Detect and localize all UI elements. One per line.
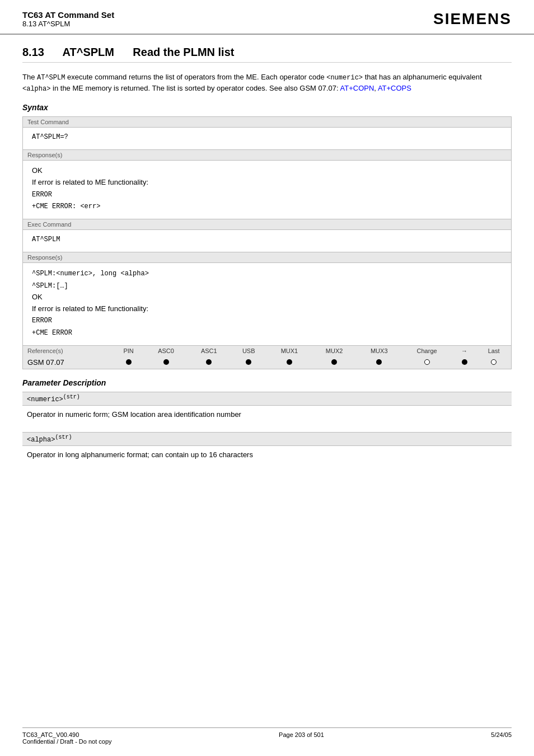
ref-col-asc0: ASC0 <box>144 346 188 356</box>
exec-command-content-row: AT^SPLM <box>23 230 512 252</box>
page-header: TC63 AT Command Set 8.13 AT^SPLM SIEMENS <box>0 0 534 35</box>
exec-resp-line1: ^SPLM:<numeric>, long <alpha> <box>32 270 149 278</box>
intro-paragraph: The AT^SPLM execute command returns the … <box>22 72 512 94</box>
ref-col-pin: PIN <box>113 346 144 356</box>
dot-charge-icon <box>424 359 430 365</box>
exec-response-label-row: Response(s) <box>23 252 512 263</box>
ref-col-last: Last <box>476 346 511 356</box>
exec-cmd-text: AT^SPLM <box>27 232 507 250</box>
footer-left: TC63_ATC_V00.490 Confidential / Draft - … <box>22 731 112 745</box>
ref-dot-last <box>476 356 511 369</box>
exec-response-content: ^SPLM:<numeric>, long <alpha> ^SPLM:[…] … <box>23 263 512 345</box>
param-description-heading: Parameter Description <box>22 378 512 387</box>
test-command-label-row: Test Command <box>23 117 512 128</box>
exec-resp-line3: OK <box>32 293 43 301</box>
ref-dot-arrow <box>452 356 476 369</box>
test-response-block: OK If error is related to ME functionali… <box>27 163 507 217</box>
exec-resp-line5: ERROR <box>32 317 52 325</box>
ref-dot-asc1 <box>188 356 231 369</box>
dot-asc0-icon <box>163 359 169 365</box>
page-container: TC63 AT Command Set 8.13 AT^SPLM SIEMENS… <box>0 0 534 756</box>
ref-header-row: Reference(s) PIN ASC0 ASC1 USB MUX1 MUX2… <box>23 345 512 369</box>
exec-resp-line4: If error is related to ME functionality: <box>32 304 148 313</box>
param-numeric-desc: Operator in numeric form; GSM location a… <box>22 406 512 424</box>
dot-mux2-icon <box>331 359 337 365</box>
param-alpha-label: <alpha>(str) <box>22 432 512 446</box>
test-resp-error: ERROR <box>32 191 52 199</box>
dot-mux3-icon <box>376 359 382 365</box>
header-title: TC63 AT Command Set <box>22 10 114 20</box>
param-block-numeric: <numeric>(str) Operator in numeric form;… <box>22 392 512 424</box>
ref-col-asc1: ASC1 <box>188 346 231 356</box>
main-content: 8.13 AT^SPLM Read the PLMN list The AT^S… <box>0 35 534 495</box>
dot-last-icon <box>491 359 496 365</box>
test-command-content-row: AT^SPLM=? <box>23 128 512 150</box>
test-response-label: Response(s) <box>23 150 512 161</box>
test-resp-cme: +CME ERROR: <err> <box>32 203 100 210</box>
exec-response-block: ^SPLM:<numeric>, long <alpha> ^SPLM:[…] … <box>27 265 507 342</box>
header-left: TC63 AT Command Set 8.13 AT^SPLM <box>22 10 114 28</box>
param-numeric-sup: (str) <box>63 394 80 400</box>
intro-cmd-main: AT^SPLM <box>37 74 65 82</box>
ref-dot-charge <box>401 356 452 369</box>
header-logo: SIEMENS <box>433 10 512 28</box>
exec-response-content-row: ^SPLM:<numeric>, long <alpha> ^SPLM:[…] … <box>23 263 512 345</box>
dot-arrow-icon <box>462 359 467 365</box>
intro-link1[interactable]: AT+COPN <box>340 84 374 92</box>
ref-col-mux2: MUX2 <box>312 346 357 356</box>
exec-response-label: Response(s) <box>23 252 512 263</box>
exec-command-label-row: Exec Command <box>23 219 512 230</box>
param-alpha-sup: (str) <box>55 434 72 440</box>
syntax-heading: Syntax <box>22 103 512 112</box>
ref-col-arrow: → <box>452 346 476 356</box>
page-footer: TC63_ATC_V00.490 Confidential / Draft - … <box>22 727 512 745</box>
ref-col-mux1: MUX1 <box>267 346 312 356</box>
ref-dot-mux2 <box>312 356 357 369</box>
syntax-table: Test Command AT^SPLM=? Response(s) OK If… <box>22 116 512 369</box>
test-response-content: OK If error is related to ME functionali… <box>23 161 512 219</box>
footer-doc-id: TC63_ATC_V00.490 <box>22 731 112 738</box>
exec-command-content: AT^SPLM <box>23 230 512 252</box>
intro-text1: The <box>22 73 37 81</box>
ref-dot-asc0 <box>144 356 188 369</box>
ref-inner-table: Reference(s) PIN ASC0 ASC1 USB MUX1 MUX2… <box>23 346 511 369</box>
test-command-label: Test Command <box>23 117 512 128</box>
test-resp-line2: If error is related to ME functionality: <box>32 178 148 186</box>
intro-text4: in the ME memory is returned. The list i… <box>50 84 340 92</box>
param-alpha-code: <alpha> <box>27 436 55 444</box>
section-heading: 8.13 AT^SPLM Read the PLMN list <box>22 46 512 63</box>
section-subtitle: Read the PLMN list <box>133 46 234 58</box>
dot-pin-icon <box>126 359 132 365</box>
footer-center: Page 203 of 501 <box>279 731 324 745</box>
dot-usb-icon <box>246 359 251 365</box>
section-number: 8.13 <box>22 46 44 58</box>
dot-mux1-icon <box>287 359 292 365</box>
ref-dot-usb <box>231 356 267 369</box>
exec-resp-line2: ^SPLM:[…] <box>32 282 68 290</box>
ref-col-usb: USB <box>231 346 267 356</box>
ref-value-cell: GSM 07.07 <box>23 356 113 369</box>
test-cmd-text: AT^SPLM=? <box>27 130 507 147</box>
ref-data-row: GSM 07.07 <box>23 356 511 369</box>
ref-dot-mux1 <box>267 356 312 369</box>
intro-text3: that has an alphanumeric equivalent <box>363 73 481 81</box>
param-numeric-label: <numeric>(str) <box>22 392 512 406</box>
dot-asc1-icon <box>206 359 212 365</box>
intro-cmd-numeric: <numeric> <box>326 74 363 82</box>
test-response-content-row: OK If error is related to ME functionali… <box>23 161 512 219</box>
intro-link2[interactable]: AT+COPS <box>378 84 411 92</box>
ref-labels-row: Reference(s) PIN ASC0 ASC1 USB MUX1 MUX2… <box>23 346 511 356</box>
test-response-label-row: Response(s) <box>23 150 512 161</box>
exec-resp-line6: +CME ERROR <box>32 329 72 337</box>
ref-row-combined: Reference(s) PIN ASC0 ASC1 USB MUX1 MUX2… <box>23 345 512 369</box>
param-numeric-code: <numeric> <box>27 396 63 403</box>
param-block-alpha: <alpha>(str) Operator in long alphanumer… <box>22 432 512 464</box>
exec-command-label: Exec Command <box>23 219 512 230</box>
test-command-content: AT^SPLM=? <box>23 128 512 150</box>
intro-text2: execute command returns the list of oper… <box>65 73 326 81</box>
header-subtitle: 8.13 AT^SPLM <box>22 20 114 28</box>
ref-dot-mux3 <box>357 356 401 369</box>
ref-col-charge: Charge <box>401 346 452 356</box>
section-title: AT^SPLM <box>63 46 114 58</box>
footer-confidential: Confidential / Draft - Do not copy <box>22 738 112 745</box>
